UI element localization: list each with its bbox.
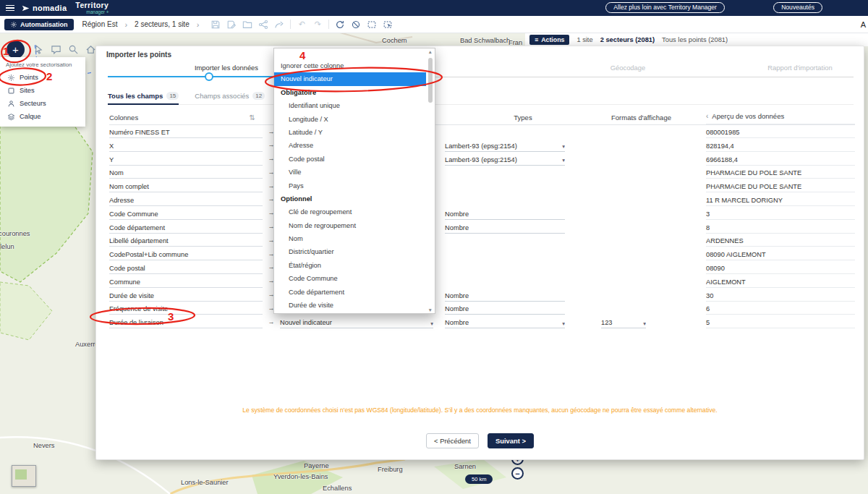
column-name-field[interactable]: Y xyxy=(109,154,263,166)
type-select[interactable]: Nombre xyxy=(445,303,565,315)
table-row: Y→Lambert-93 (epsg:2154)▾6966188,4 xyxy=(109,152,855,166)
dropdown-option[interactable]: Nom xyxy=(274,232,426,245)
rectangle-select-icon[interactable] xyxy=(367,20,377,30)
actions-button[interactable]: ≡ Actions xyxy=(529,35,569,45)
type-select[interactable]: Lambert-93 (epsg:2154)▾ xyxy=(445,154,565,166)
column-name-field[interactable]: Durée de visite xyxy=(109,290,263,302)
column-name-field[interactable]: Nom xyxy=(109,167,263,179)
dropdown-option[interactable]: Pays xyxy=(274,179,426,192)
dropdown-option[interactable]: Code postal xyxy=(274,153,426,166)
dropdown-option[interactable]: Adresse xyxy=(274,139,426,152)
dropdown-option[interactable]: Nom de regroupement xyxy=(274,219,426,232)
home-icon[interactable] xyxy=(85,44,96,55)
column-name-field[interactable]: Nom complet xyxy=(109,181,263,192)
undo-icon[interactable]: ↶ xyxy=(297,20,307,30)
sort-icon[interactable]: ⇅ xyxy=(250,114,255,122)
menu-item-sites[interactable]: Sites xyxy=(0,84,85,97)
caret-down-icon: ▾ xyxy=(430,321,433,327)
column-name-field[interactable]: Libellé département xyxy=(109,235,263,247)
column-name-field[interactable]: Code postal xyxy=(109,263,263,274)
column-name-field[interactable]: Fréquence de visite xyxy=(109,303,263,315)
region-label: Région Est xyxy=(82,20,118,28)
breadcrumb[interactable]: 2 secteurs, 1 site xyxy=(135,20,190,28)
zoom-area-icon[interactable] xyxy=(68,44,79,55)
column-header-preview: Aperçu de vos données xyxy=(712,112,784,120)
cursor-select-icon[interactable] xyxy=(33,44,44,55)
site-count-label[interactable]: 1 site xyxy=(576,36,592,43)
table-header: Colonnes ⇅ Types Formats d'affichage ‹ A… xyxy=(109,110,855,125)
dropdown-option[interactable]: Code département xyxy=(274,286,426,299)
lasso-select-icon[interactable] xyxy=(383,20,393,30)
collapse-icon[interactable]: ‹ xyxy=(706,112,708,120)
table-body: Numéro FINESS ET→080001985X→Lambert-93 (… xyxy=(109,124,855,328)
export-icon[interactable] xyxy=(274,20,284,30)
previous-button[interactable]: < Précédent xyxy=(426,433,479,448)
dropdown-option[interactable]: Clé de regroupement xyxy=(274,205,426,218)
dropdown-option[interactable]: District/quartier xyxy=(274,245,426,258)
sector-menu-items: PointsSitesSecteursCalque xyxy=(0,71,85,123)
count-badge: 15 xyxy=(166,92,179,100)
dropdown-option[interactable]: Latitude / Y xyxy=(274,126,426,139)
stepper-track xyxy=(427,77,854,78)
type-select[interactable]: Nombre▾ xyxy=(445,317,565,328)
minimap[interactable] xyxy=(12,465,36,487)
dropdown-option[interactable]: Identifiant unique xyxy=(274,99,426,112)
column-name-field[interactable]: Durée de livraison xyxy=(109,317,263,328)
step-geocoding: Géocodage xyxy=(566,64,689,72)
type-select[interactable]: Lambert-93 (epsg:2154)▾ xyxy=(445,140,565,152)
column-name-field[interactable]: Numéro FINESS ET xyxy=(109,127,263,138)
points-icon xyxy=(7,74,15,82)
menu-item-points[interactable]: Points xyxy=(0,71,85,84)
type-select[interactable]: Nombre xyxy=(445,290,565,302)
column-name-field[interactable]: Code Commune xyxy=(109,208,263,220)
cancel-selection-icon[interactable] xyxy=(351,20,361,30)
save-as-icon[interactable] xyxy=(226,20,237,30)
scrollbar-thumb[interactable] xyxy=(428,58,433,103)
open-folder-icon[interactable] xyxy=(242,20,252,30)
share-icon[interactable] xyxy=(258,20,268,30)
dropdown-option[interactable]: État/région xyxy=(274,259,426,272)
column-name-field[interactable]: Code département xyxy=(109,222,263,234)
type-select[interactable]: Nombre xyxy=(445,222,565,234)
hamburger-menu-icon[interactable] xyxy=(6,5,14,12)
map-header: ≡ Actions 1 site 2 secteurs (2081) Tous … xyxy=(529,35,728,45)
modal-title: Importer les points xyxy=(106,51,171,59)
comment-bubble-icon[interactable] xyxy=(51,44,61,55)
points-count-label[interactable]: Tous les points (2081) xyxy=(662,36,728,43)
upsell-button[interactable]: Allez plus loin avec Territory Manager xyxy=(605,2,725,13)
menu-item-secteurs[interactable]: Secteurs xyxy=(0,97,85,110)
menu-item-label: Points xyxy=(20,74,38,81)
automation-button[interactable]: Automatisation xyxy=(4,19,74,30)
mapping-select[interactable]: Nouvel indicateur▾ xyxy=(280,317,433,328)
add-button[interactable]: + xyxy=(7,41,25,59)
type-select[interactable]: Nombre xyxy=(445,208,565,220)
scroll-up-icon[interactable]: ▲ xyxy=(428,49,433,54)
column-header-columns: Colonnes xyxy=(109,114,138,122)
save-icon[interactable] xyxy=(210,20,221,30)
column-name-field[interactable]: Commune xyxy=(109,276,263,288)
step-import-report: Rapport d'importation xyxy=(739,64,861,72)
column-name-field[interactable]: CodePostal+Lib commune xyxy=(109,249,263,260)
preview-value: 6 xyxy=(706,301,855,315)
scroll-down-icon[interactable]: ▼ xyxy=(428,307,433,312)
format-select[interactable]: 123▾ xyxy=(601,317,646,328)
zoom-out-button[interactable]: − xyxy=(511,467,524,480)
news-button[interactable]: Nouveautés xyxy=(773,2,822,13)
tab-all-fields[interactable]: Tous les champs 15 xyxy=(108,87,179,104)
dropdown-option[interactable]: Durée de visite xyxy=(274,299,426,312)
tab-associated-fields[interactable]: Champs associés 12 xyxy=(195,87,265,104)
column-name-field[interactable]: Adresse xyxy=(109,195,263,206)
sectors-count-label[interactable]: 2 secteurs (2081) xyxy=(600,36,655,43)
dropdown-option[interactable]: Ville xyxy=(274,166,426,179)
column-name-field[interactable]: X xyxy=(109,140,263,152)
menu-item-calque[interactable]: Calque xyxy=(0,110,85,123)
dropdown-option[interactable]: Nouvel indicateur xyxy=(274,72,426,85)
refresh-icon[interactable] xyxy=(335,20,345,30)
redo-icon[interactable]: ↷ xyxy=(312,20,323,30)
dropdown-option[interactable]: Code Commune xyxy=(274,272,426,285)
dropdown-option[interactable]: Ignorer cette colonne xyxy=(274,59,426,72)
next-button[interactable]: Suivant > xyxy=(488,433,534,448)
dropdown-option[interactable]: Longitude / X xyxy=(274,113,426,126)
add-sectorization-menu: Ajoutez votre sectorisation PointsSitesS… xyxy=(0,57,85,127)
table-row: Numéro FINESS ET→080001985 xyxy=(109,124,855,138)
